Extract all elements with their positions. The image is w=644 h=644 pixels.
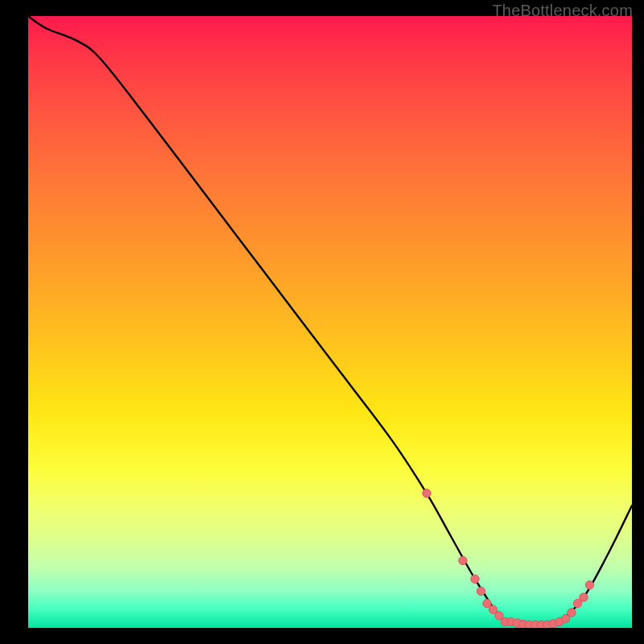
marker-point <box>471 575 479 583</box>
marker-group <box>423 489 594 628</box>
marker-point <box>477 587 485 595</box>
marker-point <box>568 609 576 617</box>
chart-frame: TheBottleneck.com <box>0 0 644 644</box>
marker-point <box>580 593 588 601</box>
bottleneck-curve-path <box>28 16 632 625</box>
plot-area <box>28 16 632 628</box>
marker-point <box>585 581 593 589</box>
marker-point <box>459 556 467 564</box>
curve-svg <box>28 16 632 628</box>
marker-point <box>423 489 431 497</box>
